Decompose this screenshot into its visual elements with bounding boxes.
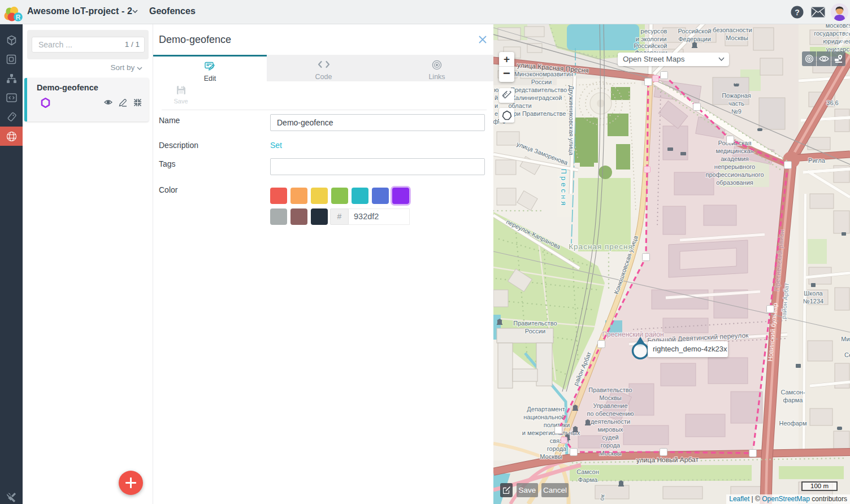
svg-text:?: ?: [795, 8, 800, 17]
svg-text:R: R: [16, 14, 21, 21]
